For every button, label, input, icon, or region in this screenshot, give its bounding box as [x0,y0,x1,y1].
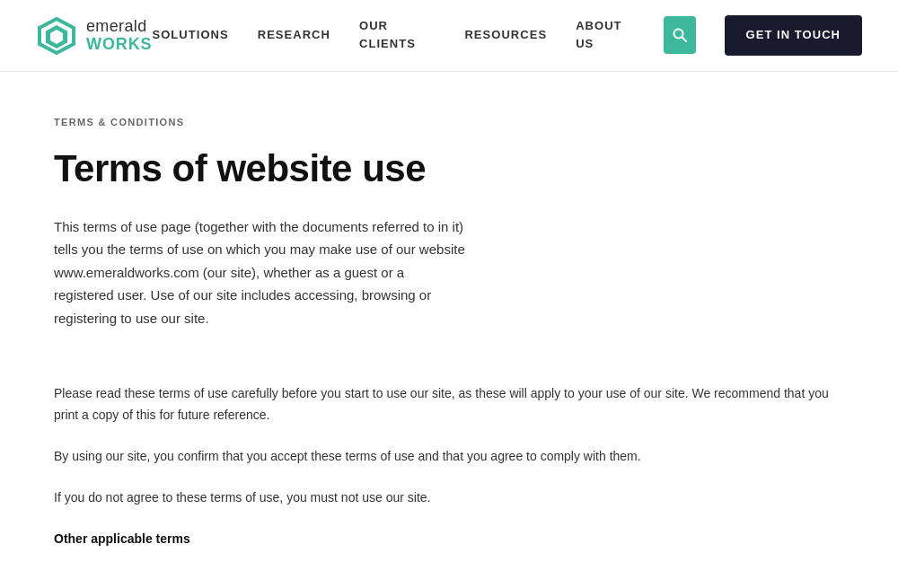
logo-emerald: emerald [86,18,153,36]
nav-research[interactable]: RESEARCH [258,26,330,45]
logo-text: emerald WORKS [86,18,153,54]
subheading-other-applicable-terms: Other applicable terms [54,529,844,549]
logo-icon [36,15,77,57]
body-paragraph-1: Please read these terms of use carefully… [54,383,844,426]
nav-about-us[interactable]: ABOUT US [576,17,634,55]
svg-line-4 [682,38,686,42]
nav-resources[interactable]: RESOURCES [464,26,547,45]
nav-our-clients[interactable]: OUR CLIENTS [359,17,436,55]
body-paragraph-2: By using our site, you confirm that you … [54,446,844,468]
search-button[interactable] [664,16,696,54]
main-nav: SOLUTIONS RESEARCH OUR CLIENTS RESOURCES… [153,15,863,56]
search-icon [673,28,687,42]
breadcrumb: TERMS & CONDITIONS [54,115,844,131]
page-title: Terms of website use [54,147,844,190]
logo[interactable]: emerald WORKS [36,15,153,57]
nav-solutions[interactable]: SOLUTIONS [153,26,229,45]
intro-paragraph: This terms of use page (together with th… [54,215,467,330]
get-in-touch-button[interactable]: GET IN TOUCH [725,15,862,56]
logo-works: WORKS [86,36,153,54]
body-paragraph-3: If you do not agree to these terms of us… [54,487,844,509]
